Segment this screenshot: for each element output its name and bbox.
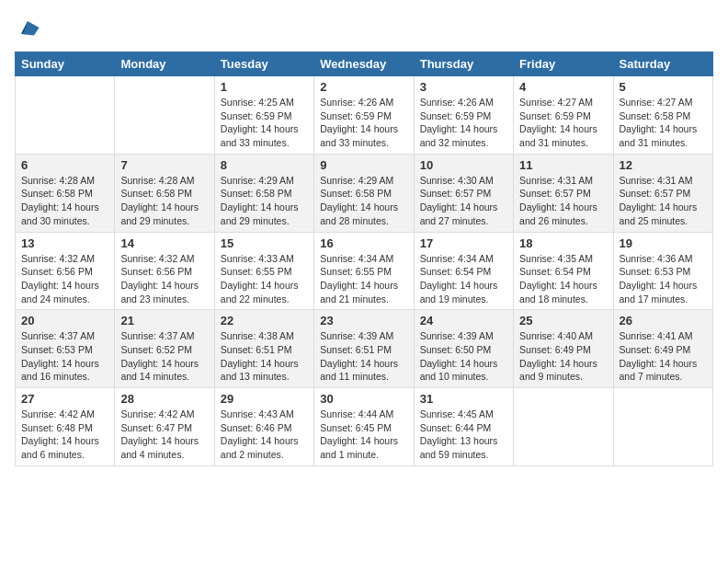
calendar-day-cell: 6Sunrise: 4:28 AMSunset: 6:58 PMDaylight… — [16, 154, 115, 232]
day-number: 9 — [320, 158, 407, 172]
day-info: Sunrise: 4:28 AMSunset: 6:58 PMDaylight:… — [120, 174, 208, 228]
day-number: 24 — [420, 314, 507, 327]
calendar-day-cell: 16Sunrise: 4:34 AMSunset: 6:55 PMDayligh… — [314, 232, 414, 310]
svg-marker-0 — [21, 21, 40, 35]
day-number: 16 — [320, 236, 407, 250]
day-number: 1 — [221, 80, 308, 94]
day-info: Sunrise: 4:25 AMSunset: 6:59 PMDaylight:… — [221, 96, 308, 150]
day-number: 27 — [21, 392, 108, 406]
day-number: 28 — [120, 392, 208, 406]
day-of-week-header: Sunday — [16, 52, 115, 76]
calendar-day-cell: 1Sunrise: 4:25 AMSunset: 6:59 PMDaylight… — [214, 76, 313, 155]
calendar-day-cell: 18Sunrise: 4:35 AMSunset: 6:54 PMDayligh… — [514, 232, 613, 310]
calendar-day-cell: 22Sunrise: 4:38 AMSunset: 6:51 PMDayligh… — [214, 310, 313, 388]
day-info: Sunrise: 4:28 AMSunset: 6:58 PMDaylight:… — [21, 174, 108, 228]
day-number: 4 — [519, 80, 607, 94]
calendar-day-cell: 12Sunrise: 4:31 AMSunset: 6:57 PMDayligh… — [613, 154, 712, 232]
day-of-week-header: Saturday — [613, 52, 712, 76]
logo — [15, 15, 44, 40]
day-info: Sunrise: 4:32 AMSunset: 6:56 PMDaylight:… — [120, 252, 208, 306]
day-number: 23 — [320, 314, 407, 327]
day-info: Sunrise: 4:32 AMSunset: 6:56 PMDaylight:… — [21, 252, 108, 306]
calendar-day-cell — [16, 76, 115, 155]
day-number: 2 — [320, 80, 407, 94]
day-number: 26 — [620, 314, 707, 327]
day-info: Sunrise: 4:41 AMSunset: 6:49 PMDaylight:… — [620, 329, 707, 384]
calendar-day-cell: 8Sunrise: 4:29 AMSunset: 6:58 PMDaylight… — [214, 154, 313, 232]
calendar-day-cell: 10Sunrise: 4:30 AMSunset: 6:57 PMDayligh… — [414, 154, 513, 232]
day-info: Sunrise: 4:40 AMSunset: 6:49 PMDaylight:… — [519, 329, 607, 384]
day-number: 30 — [320, 392, 407, 406]
day-of-week-header: Friday — [514, 52, 613, 76]
day-number: 13 — [21, 236, 108, 250]
calendar-day-cell: 15Sunrise: 4:33 AMSunset: 6:55 PMDayligh… — [214, 232, 313, 310]
calendar-day-cell — [115, 76, 214, 155]
day-info: Sunrise: 4:34 AMSunset: 6:54 PMDaylight:… — [420, 252, 507, 306]
calendar-week-row: 13Sunrise: 4:32 AMSunset: 6:56 PMDayligh… — [16, 232, 713, 310]
calendar-day-cell: 30Sunrise: 4:44 AMSunset: 6:45 PMDayligh… — [314, 388, 414, 466]
day-info: Sunrise: 4:42 AMSunset: 6:48 PMDaylight:… — [21, 408, 108, 462]
day-of-week-header: Monday — [115, 52, 214, 76]
day-info: Sunrise: 4:29 AMSunset: 6:58 PMDaylight:… — [221, 174, 308, 228]
calendar-header-row: SundayMondayTuesdayWednesdayThursdayFrid… — [16, 52, 713, 76]
calendar-day-cell: 13Sunrise: 4:32 AMSunset: 6:56 PMDayligh… — [16, 232, 115, 310]
day-number: 29 — [221, 392, 308, 406]
calendar-day-cell: 28Sunrise: 4:42 AMSunset: 6:47 PMDayligh… — [115, 388, 214, 466]
day-info: Sunrise: 4:39 AMSunset: 6:51 PMDaylight:… — [320, 329, 407, 384]
day-info: Sunrise: 4:39 AMSunset: 6:50 PMDaylight:… — [420, 329, 507, 384]
calendar-table: SundayMondayTuesdayWednesdayThursdayFrid… — [15, 52, 713, 466]
day-info: Sunrise: 4:31 AMSunset: 6:57 PMDaylight:… — [620, 174, 707, 228]
day-info: Sunrise: 4:45 AMSunset: 6:44 PMDaylight:… — [420, 408, 507, 462]
day-number: 8 — [221, 158, 308, 172]
calendar-day-cell: 26Sunrise: 4:41 AMSunset: 6:49 PMDayligh… — [613, 310, 712, 388]
day-number: 12 — [620, 158, 707, 172]
calendar-day-cell: 20Sunrise: 4:37 AMSunset: 6:53 PMDayligh… — [16, 310, 115, 388]
calendar-day-cell: 19Sunrise: 4:36 AMSunset: 6:53 PMDayligh… — [613, 232, 712, 310]
calendar-day-cell: 7Sunrise: 4:28 AMSunset: 6:58 PMDaylight… — [115, 154, 214, 232]
day-of-week-header: Wednesday — [314, 52, 414, 76]
calendar-day-cell: 5Sunrise: 4:27 AMSunset: 6:58 PMDaylight… — [613, 76, 712, 155]
day-number: 31 — [420, 392, 507, 406]
calendar-week-row: 6Sunrise: 4:28 AMSunset: 6:58 PMDaylight… — [16, 154, 713, 232]
calendar-day-cell — [514, 388, 613, 466]
day-info: Sunrise: 4:33 AMSunset: 6:55 PMDaylight:… — [221, 252, 308, 306]
day-number: 10 — [420, 158, 507, 172]
logo-icon — [15, 15, 40, 40]
day-number: 22 — [221, 314, 308, 327]
day-info: Sunrise: 4:26 AMSunset: 6:59 PMDaylight:… — [420, 96, 507, 150]
calendar-day-cell: 29Sunrise: 4:43 AMSunset: 6:46 PMDayligh… — [214, 388, 313, 466]
day-info: Sunrise: 4:42 AMSunset: 6:47 PMDaylight:… — [120, 408, 208, 462]
calendar-day-cell: 14Sunrise: 4:32 AMSunset: 6:56 PMDayligh… — [115, 232, 214, 310]
day-number: 11 — [519, 158, 607, 172]
calendar-day-cell: 23Sunrise: 4:39 AMSunset: 6:51 PMDayligh… — [314, 310, 414, 388]
calendar-day-cell: 4Sunrise: 4:27 AMSunset: 6:59 PMDaylight… — [514, 76, 613, 155]
day-info: Sunrise: 4:29 AMSunset: 6:58 PMDaylight:… — [320, 174, 407, 228]
day-number: 20 — [21, 314, 108, 327]
calendar-day-cell: 27Sunrise: 4:42 AMSunset: 6:48 PMDayligh… — [16, 388, 115, 466]
calendar-week-row: 20Sunrise: 4:37 AMSunset: 6:53 PMDayligh… — [16, 310, 713, 388]
calendar-day-cell: 17Sunrise: 4:34 AMSunset: 6:54 PMDayligh… — [414, 232, 513, 310]
day-info: Sunrise: 4:43 AMSunset: 6:46 PMDaylight:… — [221, 408, 308, 462]
calendar-day-cell: 25Sunrise: 4:40 AMSunset: 6:49 PMDayligh… — [514, 310, 613, 388]
day-number: 5 — [620, 80, 707, 94]
day-number: 14 — [120, 236, 208, 250]
day-number: 17 — [420, 236, 507, 250]
calendar-day-cell: 11Sunrise: 4:31 AMSunset: 6:57 PMDayligh… — [514, 154, 613, 232]
day-info: Sunrise: 4:35 AMSunset: 6:54 PMDaylight:… — [519, 252, 607, 306]
day-number: 6 — [21, 158, 108, 172]
day-info: Sunrise: 4:31 AMSunset: 6:57 PMDaylight:… — [519, 174, 607, 228]
day-info: Sunrise: 4:27 AMSunset: 6:59 PMDaylight:… — [519, 96, 607, 150]
day-number: 19 — [620, 236, 707, 250]
day-info: Sunrise: 4:36 AMSunset: 6:53 PMDaylight:… — [620, 252, 707, 306]
day-info: Sunrise: 4:34 AMSunset: 6:55 PMDaylight:… — [320, 252, 407, 306]
day-number: 25 — [519, 314, 607, 327]
calendar-day-cell: 21Sunrise: 4:37 AMSunset: 6:52 PMDayligh… — [115, 310, 214, 388]
day-info: Sunrise: 4:38 AMSunset: 6:51 PMDaylight:… — [221, 329, 308, 384]
calendar-week-row: 27Sunrise: 4:42 AMSunset: 6:48 PMDayligh… — [16, 388, 713, 466]
calendar-day-cell: 31Sunrise: 4:45 AMSunset: 6:44 PMDayligh… — [414, 388, 513, 466]
day-of-week-header: Thursday — [414, 52, 513, 76]
day-number: 21 — [120, 314, 208, 327]
day-of-week-header: Tuesday — [214, 52, 313, 76]
day-info: Sunrise: 4:37 AMSunset: 6:52 PMDaylight:… — [120, 329, 208, 384]
day-info: Sunrise: 4:26 AMSunset: 6:59 PMDaylight:… — [320, 96, 407, 150]
